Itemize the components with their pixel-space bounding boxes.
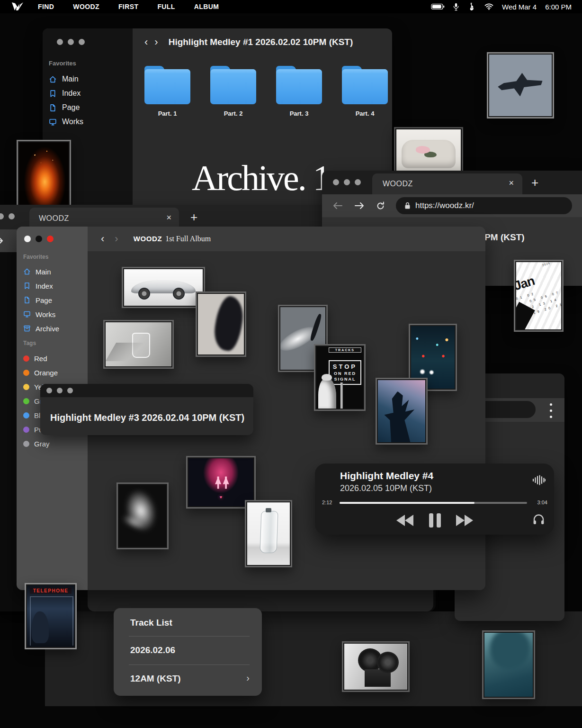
folder-label: Part. 2 (224, 110, 243, 117)
sidebar-item-label: Page (36, 296, 52, 304)
minimize-button[interactable] (0, 213, 4, 219)
folder-part-2[interactable]: Part. 2 (210, 65, 256, 117)
zoom-button[interactable] (9, 213, 15, 219)
back-chevron[interactable]: ‹ (101, 234, 104, 244)
zoom-button[interactable] (79, 39, 85, 45)
stop-sign-photo[interactable]: TRACKS STOP ON RED SIGNAL (314, 344, 366, 411)
chevron-right-icon[interactable]: › (246, 673, 250, 683)
hand-silhouette-photo[interactable] (376, 378, 428, 445)
minimize-button[interactable] (36, 236, 42, 242)
menu-item-first[interactable]: FIRST (118, 3, 138, 10)
sidebar-item-page[interactable]: Page (23, 293, 59, 307)
battery-icon[interactable] (431, 3, 445, 10)
folder-label: Part. 3 (290, 110, 309, 117)
medley3-popup: Highlight Medley #3 2026.02.04 10PM (KST… (40, 384, 253, 435)
archive-headline: Archive. 1 (192, 157, 330, 199)
minimize-button[interactable] (57, 388, 63, 393)
bottle-photo[interactable] (245, 500, 292, 567)
menu-item-find[interactable]: FIND (38, 3, 54, 10)
kebab-menu-icon[interactable] (549, 403, 552, 418)
tag-gray[interactable]: Gray (23, 437, 58, 451)
rewind-button[interactable] (395, 513, 414, 528)
sidebar-item-index[interactable]: Index (49, 86, 83, 100)
tab-close-icon[interactable]: × (166, 213, 171, 223)
close-button[interactable] (46, 388, 52, 393)
pause-button[interactable] (428, 513, 442, 528)
tags-section-label: Tags (23, 340, 36, 346)
reload-icon[interactable] (376, 201, 385, 210)
close-button[interactable] (24, 236, 31, 242)
stop-line3: SIGNAL (330, 377, 360, 382)
woodz-logo-icon[interactable] (11, 2, 24, 11)
track-list-time-row[interactable]: 12AM (KST) (130, 673, 181, 684)
green-tag-dot (23, 398, 29, 404)
zoom-button[interactable] (47, 236, 54, 242)
zoom-button[interactable] (355, 179, 361, 185)
forward-chevron[interactable]: › (115, 234, 118, 244)
hooded-person-photo (482, 630, 535, 699)
forward-chevron[interactable]: › (154, 37, 158, 47)
orange-tag-dot (23, 370, 29, 376)
home-icon (49, 75, 57, 83)
track-list-date-row[interactable]: 2026.02.06 (130, 645, 175, 655)
car-photo[interactable] (122, 267, 205, 308)
sidebar-item-label: Index (62, 89, 81, 98)
minimize-button[interactable] (68, 39, 74, 45)
folder-icon (342, 69, 388, 104)
sidebar-item-page[interactable]: Page (49, 100, 83, 115)
display-icon (23, 310, 31, 318)
finder4-title-bar: ‹ › WOODZ 1st Full Album (88, 227, 485, 251)
stop-line1: STOP (330, 363, 360, 370)
menubar-date[interactable]: Wed Mar 4 (502, 3, 537, 11)
minimize-button[interactable] (344, 179, 350, 185)
sidebar-item-archive[interactable]: Archive (23, 321, 59, 336)
title-woodz: WOODZ (134, 235, 162, 243)
folder-part-4[interactable]: Part. 4 (342, 65, 388, 117)
progress-bar[interactable] (340, 502, 527, 504)
home-icon (23, 268, 31, 275)
fire-photo (17, 140, 71, 209)
folder-part-3[interactable]: Part. 3 (276, 65, 322, 117)
fast-forward-button[interactable] (455, 513, 474, 528)
page-icon (23, 296, 31, 304)
progress-fill (340, 502, 475, 504)
menu-item-full[interactable]: FULL (157, 3, 175, 10)
menu-item-album[interactable]: ALBUM (194, 3, 219, 10)
player-track-subtitle: 2026.02.05 10PM (KST) (340, 483, 432, 493)
tab-close-icon[interactable]: × (509, 178, 514, 188)
tag-orange[interactable]: Orange (23, 365, 58, 380)
guitar-icon[interactable] (467, 3, 476, 11)
microphone-icon[interactable] (453, 3, 459, 11)
sidebar-item-works[interactable]: Works (49, 115, 83, 129)
new-tab-button[interactable]: + (531, 175, 538, 190)
motion-blur-photo[interactable] (116, 482, 169, 549)
url-bar[interactable]: https://woodz.kr/ (396, 197, 572, 214)
headphones-icon[interactable] (533, 514, 545, 525)
folder-icon (276, 69, 322, 104)
zoom-button[interactable] (67, 388, 73, 393)
sidebar-item-works[interactable]: Works (23, 307, 59, 321)
tag-red[interactable]: Red (23, 351, 58, 365)
yellow-tag-dot (23, 384, 29, 390)
back-chevron[interactable]: ‹ (144, 37, 148, 47)
folder-label: Part. 4 (356, 110, 375, 117)
wifi-icon[interactable] (484, 3, 493, 10)
browser2-tab[interactable]: WOODZ × (372, 173, 522, 194)
silhouette-photo[interactable] (196, 291, 246, 357)
sidebar-item-main[interactable]: Main (23, 264, 59, 279)
close-button[interactable] (57, 39, 63, 45)
new-tab-button[interactable]: + (190, 210, 197, 225)
back-arrow-icon[interactable] (332, 201, 343, 210)
sidebar-item-label: Main (36, 268, 51, 276)
glass-photo[interactable] (103, 320, 174, 369)
close-button[interactable] (333, 179, 339, 185)
calendar-year: 2026 (542, 262, 550, 267)
menubar-clock[interactable]: 6:00 PM (545, 3, 572, 11)
forward-arrow-icon[interactable] (0, 237, 4, 245)
forward-arrow-icon[interactable] (354, 201, 365, 210)
sidebar-item-main[interactable]: Main (49, 72, 83, 86)
folder-part-1[interactable]: Part. 1 (144, 65, 190, 117)
sidebar-item-index[interactable]: Index (23, 279, 59, 293)
equalizer-icon (532, 475, 546, 485)
menu-item-woodz[interactable]: WOODZ (73, 3, 99, 10)
